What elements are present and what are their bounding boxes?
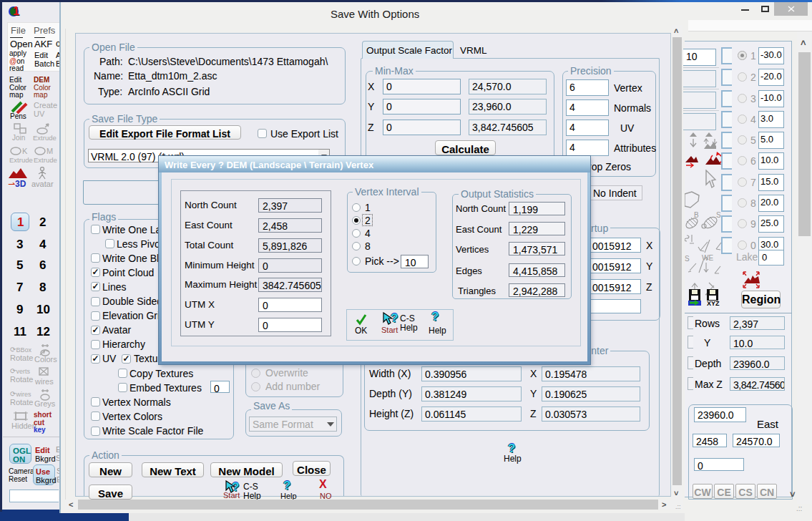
svg-text:S: S: [716, 211, 721, 219]
svg-text:S: S: [685, 255, 690, 263]
svg-text:B: B: [694, 211, 699, 219]
svg-text:M: M: [47, 147, 53, 155]
svg-text:XYZ: XYZ: [707, 300, 720, 306]
svg-text:WE: WE: [702, 255, 713, 262]
svg-text:K: K: [22, 147, 28, 155]
